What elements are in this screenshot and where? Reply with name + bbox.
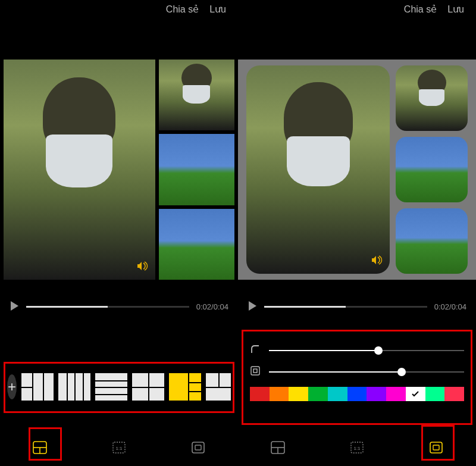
collage-cell-main[interactable] (246, 65, 390, 274)
progress-fill (26, 306, 108, 308)
tab-border[interactable] (429, 441, 443, 454)
svg-text:1:1: 1:1 (115, 446, 123, 451)
margin-slider[interactable] (269, 371, 464, 373)
progress-fill (264, 306, 346, 308)
collage-cell-3[interactable] (396, 208, 468, 274)
collage-cell-1[interactable] (159, 60, 234, 130)
tab-ratio[interactable]: 1:1 (112, 441, 126, 454)
tab-layout[interactable] (33, 441, 47, 454)
color-swatch[interactable] (328, 387, 347, 401)
share-button[interactable]: Chia sẻ (166, 4, 199, 15)
save-button[interactable]: Lưu (447, 4, 464, 15)
collage-right-column (396, 65, 468, 274)
collage-preview-bordered[interactable] (238, 60, 476, 280)
layout-template-3[interactable] (95, 373, 127, 401)
layout-template-2[interactable] (58, 373, 90, 401)
collage-cell-1[interactable] (396, 65, 468, 131)
bottom-tabs: 1:1 (0, 429, 238, 466)
collage-preview[interactable] (0, 60, 238, 280)
color-swatch[interactable] (347, 387, 367, 401)
checkmark-icon (406, 387, 425, 401)
layout-template-6[interactable] (206, 373, 231, 401)
bottom-tabs: 1:1 (238, 429, 476, 466)
volume-icon[interactable] (136, 261, 148, 274)
svg-rect-5 (192, 442, 204, 453)
collage-cell-2[interactable] (396, 137, 468, 202)
progress-track[interactable] (264, 306, 427, 308)
play-button[interactable] (10, 301, 19, 313)
color-swatch[interactable] (444, 387, 464, 401)
collage-cell-2[interactable] (159, 134, 234, 205)
color-swatch[interactable] (289, 387, 308, 401)
screen-left: Chia sẻ Lưu 0:02/0:04 + (0, 0, 238, 466)
collage-cell-main[interactable] (4, 60, 155, 280)
tab-ratio[interactable]: 1:1 (350, 441, 364, 454)
tab-border[interactable] (191, 441, 205, 454)
svg-rect-6 (195, 445, 201, 450)
color-swatch[interactable] (250, 387, 270, 401)
border-controls (242, 333, 472, 417)
color-swatches (250, 387, 464, 401)
header: Chia sẻ Lưu (238, 0, 476, 18)
play-button[interactable] (248, 301, 257, 313)
tab-layout[interactable] (271, 441, 285, 454)
progress-track[interactable] (26, 306, 189, 308)
color-swatch[interactable] (308, 387, 328, 401)
svg-text:1:1: 1:1 (353, 446, 361, 451)
playback-time: 0:02/0:04 (196, 302, 228, 311)
svg-rect-15 (433, 445, 439, 450)
color-swatch[interactable] (270, 387, 289, 401)
playback-time: 0:02/0:04 (434, 302, 466, 311)
layout-template-4[interactable] (132, 373, 164, 401)
color-swatch[interactable] (386, 387, 406, 401)
svg-rect-7 (251, 367, 259, 375)
header: Chia sẻ Lưu (0, 0, 238, 18)
color-swatch[interactable] (367, 387, 386, 401)
collage-cell-3[interactable] (159, 209, 234, 280)
layout-templates-row[interactable]: + (4, 363, 234, 411)
svg-rect-14 (430, 442, 442, 453)
corner-radius-slider[interactable] (269, 350, 464, 351)
color-swatch[interactable] (425, 387, 445, 401)
volume-icon[interactable] (371, 255, 383, 268)
svg-rect-8 (253, 369, 257, 373)
playback-bar: 0:02/0:04 (0, 280, 238, 320)
corner-radius-icon (250, 344, 261, 357)
collage-right-column (159, 60, 234, 280)
layout-template-1[interactable] (21, 373, 54, 401)
corner-radius-slider-row (250, 344, 464, 357)
margin-slider-row (250, 365, 464, 379)
margin-icon (250, 365, 261, 379)
layout-template-5-active[interactable] (169, 373, 201, 401)
color-swatch[interactable] (406, 387, 425, 401)
share-button[interactable]: Chia sẻ (404, 4, 437, 15)
screen-right: Chia sẻ Lưu 0:02/0:04 (238, 0, 476, 466)
save-button[interactable]: Lưu (209, 4, 226, 15)
playback-bar: 0:02/0:04 (238, 280, 476, 320)
add-media-button[interactable]: + (7, 374, 17, 399)
